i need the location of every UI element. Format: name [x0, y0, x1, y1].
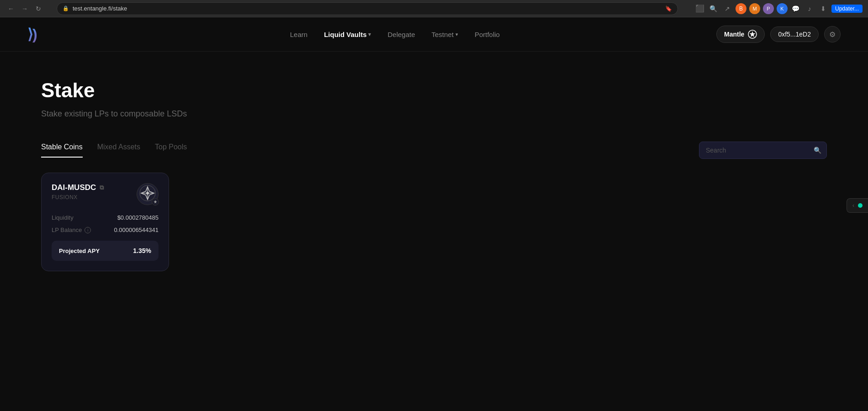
settings-button[interactable]: ⚙ [824, 26, 841, 42]
side-panel-arrow: ‹ [852, 202, 854, 209]
tabs: Stable Coins Mixed Assets Top Pools [41, 143, 187, 158]
search-input[interactable] [699, 142, 827, 159]
projected-apy-label: Projected APY [59, 248, 100, 254]
purple-ext-icon[interactable]: P [763, 3, 774, 14]
liquidity-label: Liquidity [52, 214, 74, 221]
nav-learn[interactable]: Learn [290, 31, 307, 38]
address-bar[interactable]: 🔒 test.entangle.fi/stake 🔖 [57, 2, 678, 15]
network-label: Mantle [724, 31, 744, 38]
side-panel-status-dot [858, 203, 863, 208]
lp-info-icon[interactable]: i [85, 227, 91, 233]
mantle-star-icon [748, 30, 757, 39]
lp-balance-row: LP Balance i 0.000006544341 [52, 227, 159, 233]
card-token-info: DAI-MUSDC ⧉ FUSIONX [52, 183, 104, 200]
nav-right: Mantle 0xf5...1eD2 ⚙ [716, 26, 841, 43]
lp-balance-value: 0.000006544341 [114, 227, 159, 233]
nav-links: Learn Liquid Vaults ▾ Delegate Testnet ▾… [74, 31, 716, 38]
chat-icon[interactable]: 💬 [790, 3, 801, 14]
card-logo [137, 183, 159, 205]
logo: ⟩) [27, 26, 37, 43]
back-button[interactable]: ← [5, 3, 16, 14]
keplr-icon[interactable]: K [777, 3, 788, 14]
card-header: DAI-MUSDC ⧉ FUSIONX [52, 183, 159, 205]
search-container: 🔍 [699, 142, 827, 159]
reload-button[interactable]: ↻ [33, 3, 44, 14]
page-title: Stake [41, 79, 827, 102]
liquidity-row: Liquidity $0.0002780485 [52, 214, 159, 221]
logo-text: ⟩) [27, 26, 37, 43]
cards-grid: DAI-MUSDC ⧉ FUSIONX [41, 173, 827, 271]
metamask-icon[interactable]: M [749, 3, 760, 14]
nav-testnet[interactable]: Testnet ▾ [432, 31, 458, 38]
page-subtitle: Stake existing LPs to composable LSDs [41, 109, 827, 119]
extension-icons: ⬛ 🔍 ↗ B M P K 💬 ♪ ⬇ Updater... [694, 3, 863, 14]
testnet-chevron: ▾ [455, 32, 458, 37]
monitor-icon[interactable]: ⬛ [694, 3, 705, 14]
nav-delegate[interactable]: Delegate [387, 31, 415, 38]
copy-icon[interactable]: ⧉ [100, 184, 104, 191]
browser-controls: ← → ↻ [5, 3, 44, 14]
card-protocol: FUSIONX [52, 194, 104, 200]
liquidity-value: $0.0002780485 [117, 214, 159, 221]
tab-stable-coins[interactable]: Stable Coins [41, 143, 83, 158]
card-footer: Projected APY 1.35% [52, 241, 159, 261]
tabs-container: Stable Coins Mixed Assets Top Pools 🔍 [41, 142, 827, 159]
navigation: ⟩) Learn Liquid Vaults ▾ Delegate Testne… [0, 17, 868, 52]
wallet-button[interactable]: 0xf5...1eD2 [770, 26, 819, 42]
main-content: Stake Stake existing LPs to composable L… [0, 52, 868, 299]
settings-icon: ⚙ [829, 30, 836, 39]
share-icon[interactable]: ↗ [722, 3, 733, 14]
small-logo-badge [152, 198, 159, 206]
music-icon[interactable]: ♪ [804, 3, 815, 14]
update-button[interactable]: Updater... [831, 5, 863, 13]
bookmark-icon[interactable]: 🔖 [665, 5, 672, 12]
pool-card-dai-musdc[interactable]: DAI-MUSDC ⧉ FUSIONX [41, 173, 169, 271]
card-stats: Liquidity $0.0002780485 LP Balance i 0.0… [52, 214, 159, 233]
network-button[interactable]: Mantle [716, 26, 765, 43]
projected-apy-value: 1.35% [133, 247, 151, 254]
lock-icon: 🔒 [63, 5, 69, 11]
browser-chrome: ← → ↻ 🔒 test.entangle.fi/stake 🔖 ⬛ 🔍 ↗ B… [0, 0, 868, 17]
nav-liquid-vaults[interactable]: Liquid Vaults ▾ [324, 31, 371, 38]
lp-balance-label: LP Balance i [52, 227, 91, 233]
url-text: test.entangle.fi/stake [73, 5, 127, 12]
side-panel-toggle[interactable]: ‹ [847, 198, 868, 213]
download-icon[interactable]: ⬇ [818, 3, 829, 14]
liquid-vaults-chevron: ▾ [368, 32, 371, 37]
svg-point-5 [146, 192, 149, 195]
brave-icon[interactable]: B [736, 3, 746, 14]
card-token-name: DAI-MUSDC ⧉ [52, 183, 104, 192]
search-ext-icon[interactable]: 🔍 [708, 3, 719, 14]
tab-top-pools[interactable]: Top Pools [155, 143, 187, 158]
forward-button[interactable]: → [19, 3, 30, 14]
tab-mixed-assets[interactable]: Mixed Assets [97, 143, 140, 158]
nav-portfolio[interactable]: Portfolio [475, 31, 500, 38]
